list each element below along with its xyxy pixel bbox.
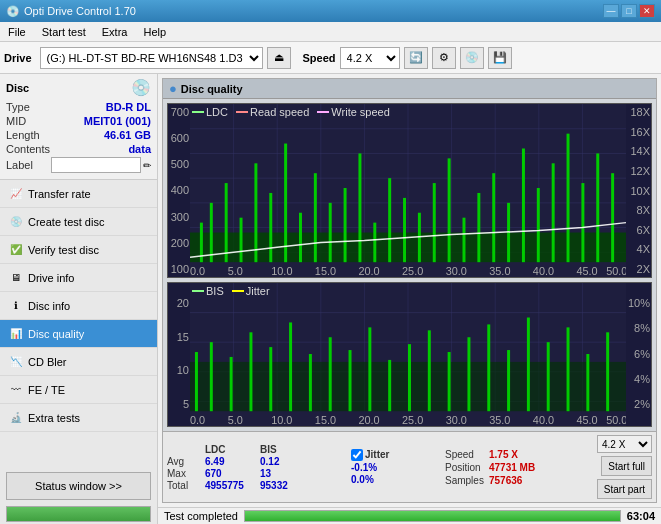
- stats-header-row: LDC BIS: [167, 444, 347, 455]
- speed-stat-value: 1.75 X: [489, 449, 518, 460]
- max-ldc: 670: [205, 468, 260, 479]
- start-full-button[interactable]: Start full: [601, 456, 652, 476]
- drive-label: Drive: [4, 52, 32, 64]
- svg-rect-42: [567, 134, 570, 263]
- sidebar-item-create-test[interactable]: 💿 Create test disc: [0, 208, 157, 236]
- disc-button[interactable]: 💿: [460, 47, 484, 69]
- svg-text:5.0: 5.0: [228, 265, 243, 277]
- svg-rect-83: [408, 344, 411, 411]
- svg-text:10.0: 10.0: [271, 265, 292, 277]
- quality-title: Disc quality: [181, 83, 243, 95]
- sidebar-item-label: Transfer rate: [28, 188, 91, 200]
- max-label: Max: [167, 468, 205, 479]
- svg-rect-43: [581, 183, 584, 262]
- status-window-button[interactable]: Status window >>: [6, 472, 151, 500]
- sidebar-menu: 📈 Transfer rate 💿 Create test disc ✅ Ver…: [0, 180, 157, 468]
- refresh-button[interactable]: 🔄: [404, 47, 428, 69]
- svg-rect-26: [329, 203, 332, 262]
- label-edit-icon[interactable]: ✏: [143, 160, 151, 171]
- sidebar-item-label: Disc info: [28, 300, 70, 312]
- svg-text:40.0: 40.0: [533, 414, 554, 426]
- disc-icon: 💿: [131, 78, 151, 97]
- stats-total-row: Total 4955775 95332: [167, 480, 347, 491]
- svg-text:5.0: 5.0: [228, 414, 243, 426]
- sidebar-item-disc-quality[interactable]: 📊 Disc quality: [0, 320, 157, 348]
- sidebar-item-transfer-rate[interactable]: 📈 Transfer rate: [0, 180, 157, 208]
- speed-select[interactable]: 4.2 X: [340, 47, 400, 69]
- settings-button[interactable]: ⚙: [432, 47, 456, 69]
- titlebar-controls: — □ ✕: [603, 4, 655, 18]
- menu-file[interactable]: File: [4, 25, 30, 39]
- sidebar-item-verify-test[interactable]: ✅ Verify test disc: [0, 236, 157, 264]
- svg-rect-22: [269, 193, 272, 262]
- maximize-button[interactable]: □: [621, 4, 637, 18]
- jitter-checkbox[interactable]: [351, 449, 363, 461]
- disc-quality-panel: ● Disc quality LDC Read speed Write spee…: [162, 78, 657, 503]
- samples-row: Samples 757636: [445, 475, 565, 486]
- sidebar-item-disc-info[interactable]: ℹ Disc info: [0, 292, 157, 320]
- disc-contents-value: data: [128, 143, 151, 155]
- svg-rect-29: [373, 223, 376, 263]
- svg-text:40.0: 40.0: [533, 265, 554, 277]
- total-label: Total: [167, 480, 205, 491]
- position-row: Position 47731 MB: [445, 462, 565, 473]
- svg-rect-36: [477, 193, 480, 262]
- svg-text:0.0: 0.0: [190, 414, 205, 426]
- close-button[interactable]: ✕: [639, 4, 655, 18]
- ldc-legend-write: Write speed: [317, 106, 390, 118]
- svg-rect-41: [552, 163, 555, 262]
- svg-rect-82: [388, 360, 391, 411]
- avg-label: Avg: [167, 456, 205, 467]
- charts-area: LDC Read speed Write speed 700 600 500 4…: [163, 99, 656, 431]
- ldc-y-axis-right: 18X 16X 14X 12X 10X 8X 6X 4X 2X: [626, 104, 651, 277]
- start-part-button[interactable]: Start part: [597, 479, 652, 499]
- svg-rect-21: [254, 163, 257, 262]
- disc-label-input[interactable]: [51, 157, 141, 173]
- eject-button[interactable]: ⏏: [267, 47, 291, 69]
- extra-tests-icon: 🔬: [8, 410, 24, 426]
- sidebar-item-label: Verify test disc: [28, 244, 99, 256]
- speed-position-stats: Speed 1.75 X Position 47731 MB Samples 7…: [445, 449, 565, 486]
- svg-rect-76: [269, 347, 272, 411]
- disc-type-label: Type: [6, 101, 30, 113]
- total-bis: 95332: [260, 480, 315, 491]
- svg-text:30.0: 30.0: [446, 265, 467, 277]
- speed-label: Speed: [303, 52, 336, 64]
- drive-select[interactable]: (G:) HL-DT-ST BD-RE WH16NS48 1.D3: [40, 47, 263, 69]
- menu-extra[interactable]: Extra: [98, 25, 132, 39]
- svg-rect-31: [403, 198, 406, 262]
- svg-rect-35: [463, 218, 466, 262]
- menu-help[interactable]: Help: [139, 25, 170, 39]
- stats-max-row: Max 670 13: [167, 468, 347, 479]
- bis-chart-svg: 0.0 5.0 10.0 15.0 20.0 25.0 30.0 35.0 40…: [190, 283, 626, 426]
- svg-text:50.0 GB: 50.0 GB: [606, 265, 626, 277]
- jitter-avg: -0.1%: [351, 462, 441, 473]
- svg-rect-27: [344, 188, 347, 262]
- menu-start-test[interactable]: Start test: [38, 25, 90, 39]
- bis-chart: BIS Jitter 20 15 10 5 10% 8%: [167, 282, 652, 427]
- quality-header-icon: ●: [169, 81, 177, 96]
- svg-text:35.0: 35.0: [489, 414, 510, 426]
- disc-length-value: 46.61 GB: [104, 129, 151, 141]
- ldc-legend-read: Read speed: [236, 106, 309, 118]
- svg-rect-92: [586, 354, 589, 411]
- svg-rect-25: [314, 173, 317, 262]
- save-button[interactable]: 💾: [488, 47, 512, 69]
- speed-row: Speed 1.75 X: [445, 449, 565, 460]
- sidebar-item-extra-tests[interactable]: 🔬 Extra tests: [0, 404, 157, 432]
- sidebar-item-fe-te[interactable]: 〰 FE / TE: [0, 376, 157, 404]
- disc-quality-icon: 📊: [8, 326, 24, 342]
- disc-type-value: BD-R DL: [106, 101, 151, 113]
- svg-rect-90: [547, 342, 550, 411]
- sidebar-item-drive-info[interactable]: 🖥 Drive info: [0, 264, 157, 292]
- disc-length-row: Length 46.61 GB: [6, 129, 151, 141]
- speed-select-small[interactable]: 4.2 X: [597, 435, 652, 453]
- bis-legend-bis: BIS: [192, 285, 224, 297]
- svg-text:10.0: 10.0: [271, 414, 292, 426]
- disc-header: Disc 💿: [6, 78, 151, 97]
- create-test-icon: 💿: [8, 214, 24, 230]
- svg-text:35.0: 35.0: [489, 265, 510, 277]
- minimize-button[interactable]: —: [603, 4, 619, 18]
- svg-rect-24: [299, 213, 302, 262]
- sidebar-item-cd-bler[interactable]: 📉 CD Bler: [0, 348, 157, 376]
